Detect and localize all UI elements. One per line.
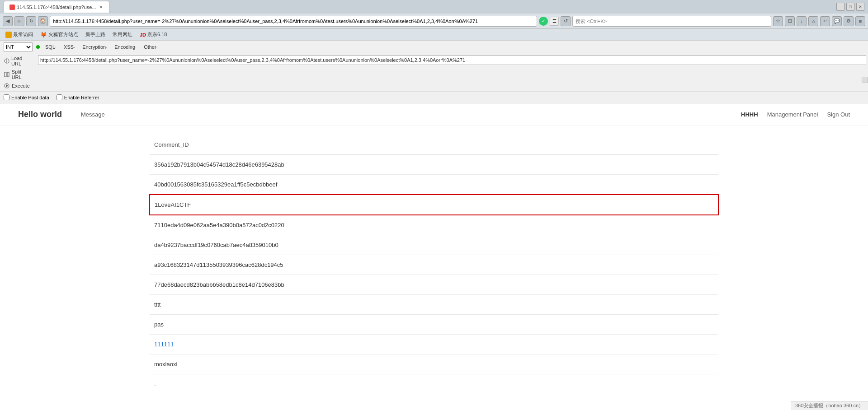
encryption-menu-label: Encryption· [82, 44, 107, 50]
bookmark-common-sites[interactable]: 常用网址 [111, 30, 134, 39]
home-button[interactable]: 🏠 [38, 16, 48, 26]
enable-post-data-label[interactable]: Enable Post data [4, 94, 49, 100]
table-row: 1LoveAI1CTF [150, 195, 718, 215]
settings-icon[interactable]: ⚙ [844, 16, 854, 26]
address-input[interactable] [50, 16, 537, 27]
load-url-button[interactable]: Load URL [0, 54, 36, 68]
bookmark-list-icon[interactable]: ⊞ [785, 16, 795, 26]
bookmark-star-icon[interactable]: ☆ [773, 16, 783, 26]
page-content: Hello world Message HHHH Management Pane… [0, 103, 868, 410]
webapp-nav-message[interactable]: Message [81, 111, 105, 118]
comment-cell-value: 7110eda4d09e062aa5e4a390b0a572ac0d2c0220 [150, 215, 718, 235]
bookmark-folder-icon [5, 32, 12, 38]
webapp-nav-right: HHHH Management Panel Sign Out [741, 111, 850, 118]
comment-cell-value: tttt [150, 295, 718, 315]
refresh-button[interactable]: ↺ [561, 16, 571, 26]
enable-referrer-label[interactable]: Enable Referrer [57, 94, 99, 100]
enable-referrer-checkbox[interactable] [57, 94, 62, 100]
tab-close-button[interactable]: ✕ [98, 5, 104, 10]
bookmark-jd618[interactable]: JD 京东6.18 [138, 30, 169, 39]
sql-menu-item[interactable]: SQL· [43, 43, 58, 51]
hackbar-url-area [36, 53, 868, 91]
sql-menu-label: SQL· [45, 44, 57, 50]
webapp-nav: Hello world Message HHHH Management Pane… [0, 103, 868, 126]
active-tab[interactable]: 114.55.1.176:4458/detail.php?use... ✕ [4, 1, 109, 13]
content-area: Comment_ID 356a192b7913b04c54574d18c28d4… [0, 126, 868, 403]
execute-label: Execute [12, 83, 30, 89]
scrollbar-thumb[interactable] [862, 77, 868, 83]
hackbar-panel: INT FLOAT STRING SQL· XSS· Encryption· E… [0, 41, 868, 103]
search-input[interactable] [572, 16, 771, 27]
execute-icon [4, 83, 10, 89]
webapp-brand: Hello world [18, 110, 62, 119]
table-row: . [150, 374, 718, 394]
window-controls: ─ □ ✕ [836, 3, 864, 11]
bookmark-label: 最常访问 [13, 31, 33, 38]
bookmark-label: 常用网址 [113, 31, 132, 38]
bookmark-label: 京东6.18 [147, 31, 167, 38]
management-panel-link[interactable]: Management Panel [767, 111, 818, 118]
table-row: 111111 [150, 335, 718, 354]
xss-menu-label: XSS· [64, 44, 75, 50]
comment-table: Comment_ID 356a192b7913b04c54574d18c28d4… [149, 135, 719, 394]
enable-post-data-checkbox[interactable] [4, 94, 9, 100]
table-row: 40bd001563085fc35165329ea1ff5c5ecbdbbeef [150, 175, 718, 195]
minimize-button[interactable]: ─ [836, 3, 844, 11]
forward-button[interactable]: ▶ [14, 16, 24, 26]
comment-cell-value: pas [150, 315, 718, 335]
home-nav-button[interactable]: ⌂ [808, 16, 818, 26]
bookmark-label: 新手上路 [85, 31, 105, 38]
bookmark-firefox[interactable]: 🦊 火狐官方站点 [38, 30, 80, 39]
comment-cell-value: da4b9237baccdf19c0760cab7aec4a8359010b0 [150, 235, 718, 255]
execute-button[interactable]: Execute [0, 81, 36, 90]
tab-bar: 114.55.1.176:4458/detail.php?use... ✕ ─ … [0, 0, 868, 14]
injection-type-select[interactable]: INT FLOAT STRING [4, 42, 33, 51]
status-bar: 360安全播报（bobao.360.cn） [791, 401, 868, 410]
other-menu-label: Other· [144, 44, 158, 50]
reader-mode-icon[interactable]: ☰ [550, 17, 559, 26]
comment-cell-value: 356a192b7913b04c54574d18c28d46e6395428ab [150, 155, 718, 175]
back-button[interactable]: ◀ [3, 16, 13, 26]
table-header-row: Comment_ID [150, 135, 718, 155]
browser-chrome: 114.55.1.176:4458/detail.php?use... ✕ ─ … [0, 0, 868, 103]
table-row: a93c168323147d1135503939396cac628dc194c5 [150, 255, 718, 275]
back-history-icon[interactable]: ↩ [820, 16, 830, 26]
other-menu-item[interactable]: Other· [142, 43, 160, 51]
split-url-button[interactable]: Split URL [0, 68, 36, 81]
chat-icon[interactable]: 💬 [832, 16, 842, 26]
table-row: moxiaoxi [150, 354, 718, 374]
table-row: 77de68daecd823babbb58edb1c8e14d7106e83bb [150, 275, 718, 295]
reload-button[interactable]: ↻ [26, 16, 36, 26]
comment-cell-value: 40bd001563085fc35165329ea1ff5c5ecbdbbeef [150, 175, 718, 195]
bookmark-most-visited[interactable]: 最常访问 [4, 30, 35, 39]
xss-menu-item[interactable]: XSS· [62, 43, 77, 51]
sign-out-link[interactable]: Sign Out [827, 111, 850, 118]
svg-rect-3 [7, 72, 9, 77]
encoding-menu-item[interactable]: Encoding· [113, 43, 138, 51]
table-row: pas [150, 315, 718, 335]
split-url-icon [4, 71, 10, 78]
close-window-button[interactable]: ✕ [856, 3, 864, 11]
encoding-menu-label: Encoding· [114, 44, 137, 50]
bookmark-newbie[interactable]: 新手上路 [84, 30, 107, 39]
address-bar-row: ◀ ▶ ↻ 🏠 ✓ ☰ ↺ ☆ ⊞ ↓ ⌂ ↩ 💬 ⚙ ≡ [0, 14, 868, 29]
comment-cell-value: a93c168323147d1135503939396cac628dc194c5 [150, 255, 718, 275]
split-url-label: Split URL [12, 69, 32, 80]
security-shield-icon: ✓ [539, 17, 548, 26]
tab-title: 114.55.1.176:4458/detail.php?use... [17, 5, 96, 10]
comment-cell-value: 1LoveAI1CTF [150, 195, 718, 215]
load-url-label: Load URL [11, 56, 32, 66]
jd-icon: JD [140, 32, 146, 37]
comment-cell-value: . [150, 374, 718, 394]
maximize-button[interactable]: □ [846, 3, 854, 11]
encryption-menu-item[interactable]: Encryption· [80, 43, 109, 51]
menu-icon[interactable]: ≡ [855, 16, 865, 26]
hackbar-actions-row: Load URL Split URL Execute [0, 53, 868, 91]
download-icon[interactable]: ↓ [797, 16, 807, 26]
comment-cell-value[interactable]: 111111 [150, 335, 718, 354]
bookmarks-bar: 最常访问 🦊 火狐官方站点 新手上路 常用网址 JD 京东6.18 [0, 29, 868, 41]
table-row: tttt [150, 295, 718, 315]
webapp-user: HHHH [741, 111, 758, 118]
comment-cell-value: 77de68daecd823babbb58edb1c8e14d7106e83bb [150, 275, 718, 295]
hackbar-url-input[interactable] [38, 55, 866, 65]
